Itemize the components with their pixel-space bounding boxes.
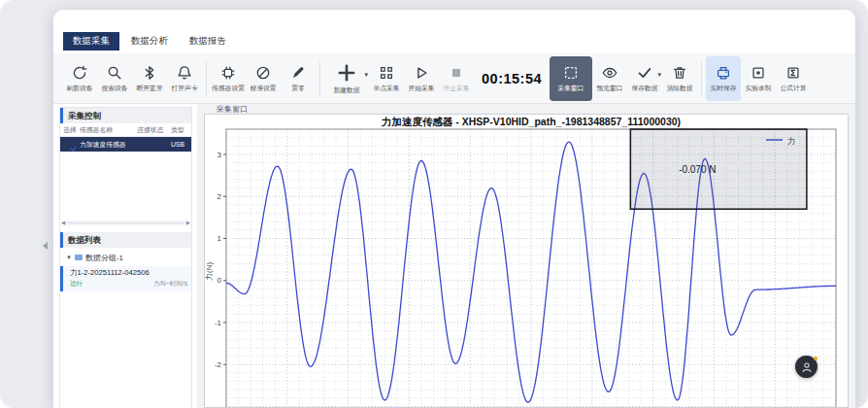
scroll-left-icon[interactable]: ◀ (61, 220, 65, 225)
experiment-record-button[interactable]: 实验录制 (741, 56, 776, 101)
person-icon (800, 360, 814, 374)
toolbar-separator (701, 61, 702, 96)
y-tick-label: 1 (217, 234, 222, 243)
data-group-row[interactable]: ▼ 数据分组-1 (60, 251, 191, 264)
data-list-header: 数据列表 (60, 232, 191, 248)
realtime-save-button[interactable]: 实时保存 (706, 56, 741, 101)
data-list-section: 数据列表 ▼ 数据分组-1 力1-2-20251112-042506 运行 力/… (60, 232, 191, 291)
toolbar-button-label: 实验录制 (745, 84, 771, 93)
calibration-settings-button[interactable]: 校准设置 (246, 56, 281, 101)
y-tick-label: 2 (217, 192, 222, 201)
search-icon (106, 64, 123, 82)
collection-control-header: 采集控制 (60, 108, 191, 123)
save-data-button[interactable]: ▾保存数据 (627, 56, 662, 101)
toolbar-button-label: 保存数据 (631, 84, 657, 93)
toolbar-button-label: 单点采集 (373, 84, 399, 93)
trash-icon (671, 64, 688, 82)
record-square-icon (750, 64, 767, 82)
start-collect-button[interactable]: 开始采集 (404, 56, 439, 101)
single-point-collect-button[interactable]: 单点采集 (369, 56, 404, 101)
eye-icon (601, 64, 618, 82)
zero-button[interactable]: 置零 (281, 56, 316, 101)
open-soundcard-button[interactable]: 打开声卡 (167, 56, 202, 101)
stop-icon (448, 64, 465, 82)
dropdown-caret-icon[interactable]: ▾ (364, 71, 368, 79)
tab-data-report[interactable]: 数据报告 (180, 32, 236, 51)
dropdown-caret-icon[interactable]: ▾ (658, 71, 662, 79)
selection-box[interactable] (630, 129, 806, 209)
bell-icon (176, 64, 193, 82)
toolbar-separator (206, 61, 207, 96)
disconnect-bluetooth-button[interactable]: 断开蓝牙 (132, 56, 167, 101)
points-icon (378, 64, 395, 82)
tab-data-collection[interactable]: 数据采集 (63, 32, 119, 51)
dashed-square-icon (562, 64, 580, 82)
force-chart: 3210-1-2力(N)力加速度传感器 - XHSP-V10HID_path_-… (205, 115, 848, 407)
col-select: 选择 (60, 125, 80, 135)
selection-value-label: -0.070 N (679, 164, 716, 175)
pen-icon (289, 64, 307, 82)
toolbar-button-label: 刷新设备 (66, 84, 92, 93)
scroll-right-icon[interactable]: ▶ (186, 220, 190, 225)
sensor-table-header: 选择 传感器名称 连接状态 类型 (60, 123, 191, 137)
toolbar-button-label: 搜索设备 (101, 84, 127, 93)
toolbar-button-label: 停止采集 (443, 84, 469, 93)
tree-expand-icon[interactable]: ▼ (66, 255, 72, 260)
assistant-floating-button[interactable] (795, 356, 818, 378)
folder-icon (75, 255, 83, 260)
app-window: 数据采集 数据分析 数据报告 刷新设备搜索设备断开蓝牙打开声卡传感器设置校准设置… (53, 10, 855, 408)
toolbar-button-label: 打开声卡 (171, 84, 197, 93)
y-tick-label: -2 (215, 360, 222, 369)
left-panel: 采集控制 选择 传感器名称 连接状态 类型 力加速度传感器 USB ◀ ▶ 数据… (59, 107, 192, 408)
sensor-table-row[interactable]: 力加速度传感器 USB (60, 137, 191, 152)
scroll-track[interactable] (67, 221, 184, 224)
refresh-device-button[interactable]: 刷新设备 (62, 56, 97, 101)
y-tick-label: -1 (215, 319, 222, 327)
collection-control-section: 采集控制 选择 传感器名称 连接状态 类型 力加速度传感器 USB (60, 108, 191, 152)
toolbar-separator (319, 61, 320, 96)
toolbar-button-label: 清除数据 (666, 84, 692, 93)
toolbar-button-label: 置零 (291, 84, 305, 93)
col-connection-status: 连接状态 (133, 125, 168, 135)
preview-window-button[interactable]: 预览窗口 (592, 56, 627, 101)
toolbar-button-label: 开始采集 (408, 84, 434, 93)
toolbar-button-label: 公式计算 (780, 84, 806, 93)
clear-data-button[interactable]: 清除数据 (662, 56, 697, 101)
collect-window-button[interactable]: 采集窗口 (550, 56, 592, 101)
play-icon (413, 64, 430, 82)
sensor-settings-button[interactable]: 传感器设置 (211, 56, 246, 101)
y-tick-label: 3 (217, 151, 222, 159)
search-device-button[interactable]: 搜索设备 (97, 56, 132, 101)
chart-card: 3210-1-2力(N)力加速度传感器 - XHSP-V10HID_path_-… (204, 114, 849, 408)
new-data-button[interactable]: ▾新建数据 (324, 56, 369, 101)
check-icon (636, 64, 653, 82)
formula-square-icon (785, 64, 802, 82)
chart-title: 力加速度传感器 - XHSP-V10HID_path_-1981348857_1… (381, 116, 681, 127)
y-tick-label: 0 (217, 276, 222, 285)
refresh-icon (71, 64, 88, 82)
toolbar-button-label: 传感器设置 (212, 84, 245, 93)
collection-timer: 00:15:54 (482, 71, 542, 86)
formula-calc-button[interactable]: 公式计算 (776, 56, 811, 101)
panel-collapse-icon[interactable] (43, 242, 48, 250)
data-item-series: 力/N~时间/s (153, 280, 187, 289)
data-item-title: 力1-2-20251112-042506 (70, 268, 187, 278)
toolbar-button-label: 新建数据 (333, 85, 359, 95)
stop-collect-button[interactable]: 停止采集 (439, 56, 474, 101)
sensor-icon (219, 64, 237, 82)
toolbar-button-label: 预览窗口 (596, 84, 622, 93)
col-type: 类型 (168, 125, 187, 135)
toolbar-button-label: 校准设置 (250, 84, 276, 93)
toolbar-button-label: 实时保存 (710, 84, 736, 93)
data-item-status: 运行 (70, 280, 83, 289)
data-group-label: 数据分组-1 (85, 253, 123, 263)
machine-icon (715, 64, 732, 82)
bluetooth-icon (141, 64, 158, 82)
table-horizontal-scrollbar[interactable]: ◀ ▶ (61, 219, 190, 226)
tab-data-analysis[interactable]: 数据分析 (121, 32, 178, 51)
sensor-name: 力加速度传感器 (80, 140, 133, 150)
toolbar: 刷新设备搜索设备断开蓝牙打开声卡传感器设置校准设置置零▾新建数据单点采集开始采集… (53, 53, 855, 104)
toolbar-button-label: 断开蓝牙 (136, 84, 162, 93)
data-list-item[interactable]: 力1-2-20251112-042506 运行 力/N~时间/s (60, 266, 191, 291)
toolbar-button-label: 采集窗口 (557, 84, 584, 93)
